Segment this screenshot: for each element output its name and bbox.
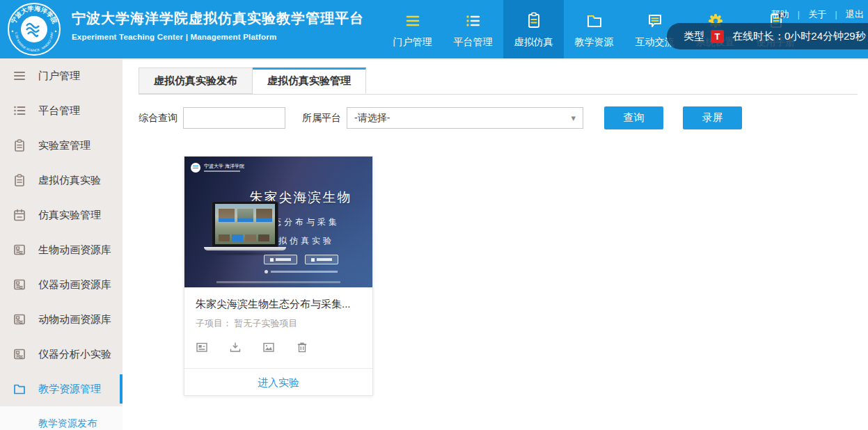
laptop-display — [215, 204, 275, 244]
thumb-logo-icon — [191, 163, 200, 173]
sidebar-label: 仪器分析小实验 — [38, 348, 111, 361]
session-status-bar: 类型 T 在线时长：0小时24分钟29秒 — [667, 23, 868, 49]
download-icon[interactable] — [229, 341, 242, 353]
media-library-icon — [13, 278, 26, 292]
card-body: 朱家尖海滨生物生态分布与采集... 子项目： 暂无子实验项目 — [184, 287, 372, 368]
tab-virtual-sim-manage[interactable]: 虚拟仿真实验管理 — [253, 67, 366, 94]
laptop-screen — [212, 201, 278, 247]
sidebar-label: 动物动画资源库 — [38, 313, 111, 326]
card-title: 朱家尖海滨生物生态分布与采集... — [196, 298, 361, 311]
nav-label: 教学资源 — [575, 36, 614, 49]
tab-bar: 虚拟仿真实验发布 虚拟仿真实验管理 — [139, 67, 858, 95]
card-subproject-info: 子项目： 暂无子实验项目 — [196, 317, 361, 330]
details-icon[interactable] — [196, 341, 208, 353]
logout-link[interactable]: 退出 — [846, 8, 864, 21]
platform-subtitle: Experiment Teaching Center | Management … — [72, 33, 364, 41]
thumb-logo: 宁波大学 海洋学院 — [191, 163, 244, 173]
nav-label: 门户管理 — [393, 36, 432, 49]
sidebar-label: 教学资源管理 — [38, 383, 101, 396]
platform-title: 宁波大学海洋学院虚拟仿真实验教学管理平台 — [72, 9, 364, 28]
sidebar-label: 平台管理 — [38, 104, 80, 118]
active-indicator — [120, 374, 123, 404]
nav-item-virtual-sim[interactable]: 虚拟仿真 — [503, 0, 564, 58]
laptop-mockup — [204, 201, 286, 256]
sidebar-item-platform[interactable]: 平台管理 — [0, 93, 123, 128]
thumb-copyright-line — [184, 281, 372, 283]
chat-icon — [645, 10, 665, 31]
thumb-logo-subtext-bar — [204, 170, 240, 172]
sidebar-label: 虚拟仿真实验 — [38, 174, 101, 187]
thumb-info-line — [233, 270, 368, 273]
app-header: 宁波大学海洋学院 SCHOOL OF MARINE SCIENCE · NING… — [0, 0, 868, 58]
university-seal-logo: 宁波大学海洋学院 SCHOOL OF MARINE SCIENCE · NING… — [6, 1, 62, 57]
sidebar-item-teaching-resource-management[interactable]: 教学资源管理 — [0, 372, 123, 406]
clipboard-icon — [13, 138, 26, 152]
laptop-base — [204, 247, 286, 250]
nav-label: 虚拟仿真 — [514, 36, 553, 49]
about-link[interactable]: 关于 — [808, 8, 826, 21]
thumb-download-button — [264, 255, 297, 264]
sidebar-label: 仪器动画资源库 — [38, 278, 111, 292]
sidebar-item-animal-animation-library[interactable]: 动物动画资源库 — [0, 302, 123, 337]
sidebar-item-portal[interactable]: 门户管理 — [0, 58, 123, 93]
card-action-bar — [196, 341, 361, 361]
list-icon — [13, 104, 26, 118]
nav-item-teaching-resources[interactable]: 教学资源 — [564, 0, 624, 58]
user-type-label: 类型 — [684, 30, 704, 43]
clipboard-icon — [523, 10, 544, 31]
enter-experiment-link[interactable]: 进入实验 — [184, 368, 372, 395]
sidebar-label: 仿真实验管理 — [38, 209, 101, 222]
sidebar-label: 生物动画资源库 — [38, 244, 111, 257]
media-library-icon — [13, 243, 26, 257]
experiment-thumbnail[interactable]: 宁波大学 海洋学院 朱家尖海滨生物 生态分布与采集 虚拟仿真实验 — [184, 157, 372, 287]
thumb-logo-text: 宁波大学 海洋学院 — [204, 163, 244, 172]
chevron-down-icon: ▾ — [571, 113, 576, 123]
help-link[interactable]: 帮助 — [771, 8, 789, 21]
menu-icon — [402, 10, 423, 31]
nav-item-portal[interactable]: 门户管理 — [382, 0, 443, 58]
link-separator: ｜ — [832, 9, 840, 21]
sidebar-item-virtual-sim-experiment[interactable]: 虚拟仿真实验 — [0, 163, 123, 198]
tab-virtual-sim-publish[interactable]: 虚拟仿真实验发布 — [139, 67, 253, 94]
sidebar-item-bio-animation-library[interactable]: 生物动画资源库 — [0, 232, 123, 267]
menu-icon — [13, 69, 26, 83]
nav-label: 平台管理 — [454, 36, 493, 49]
query-button[interactable]: 查询 — [604, 106, 663, 129]
user-type-badge: T — [711, 30, 724, 43]
app-window: 宁波大学海洋学院 SCHOOL OF MARINE SCIENCE · NING… — [0, 0, 868, 430]
top-right-links: 帮助 ｜ 关于 ｜ 退出 — [771, 8, 864, 21]
online-duration: 在线时长：0小时24分钟29秒 — [732, 30, 866, 43]
query-label: 综合查询 — [139, 112, 177, 125]
sidebar: 门户管理 平台管理 实验室管理 虚拟仿真实验 仿真实验管理 生物动画资源库 仪器… — [0, 58, 123, 430]
image-icon[interactable] — [262, 341, 275, 353]
brand-block: 宁波大学海洋学院虚拟仿真实验教学管理平台 Experiment Teaching… — [72, 9, 364, 41]
clipboard-icon — [13, 173, 26, 187]
sidebar-item-instrument-animation-library[interactable]: 仪器动画资源库 — [0, 267, 123, 302]
sidebar-item-instrument-analysis-experiment[interactable]: 仪器分析小实验 — [0, 337, 123, 372]
list-icon — [463, 10, 484, 31]
link-separator: ｜ — [794, 9, 803, 21]
experiment-card: 宁波大学 海洋学院 朱家尖海滨生物 生态分布与采集 虚拟仿真实验 — [184, 156, 373, 396]
sidebar-label: 实验室管理 — [38, 139, 90, 152]
laptop-shadow — [204, 251, 286, 256]
sidebar-label: 门户管理 — [38, 70, 80, 83]
trash-icon[interactable] — [296, 341, 308, 353]
platform-select-value: -请选择- — [354, 112, 390, 125]
thumb-enter-button — [305, 255, 338, 264]
sidebar-item-sim-experiment-management[interactable]: 仿真实验管理 — [0, 198, 123, 232]
media-library-icon — [13, 312, 26, 326]
platform-label: 所属平台 — [302, 112, 341, 125]
nav-item-platform[interactable]: 平台管理 — [443, 0, 503, 58]
sidebar-item-lab-management[interactable]: 实验室管理 — [0, 128, 123, 163]
platform-select[interactable]: -请选择- ▾ — [347, 107, 583, 129]
media-library-icon — [13, 347, 26, 361]
search-form: 综合查询 所属平台 -请选择- ▾ 查询 录屏 — [139, 106, 868, 129]
sidebar-subitem-teaching-resource-publish[interactable]: 教学资源发布 — [0, 406, 123, 430]
main-content: 虚拟仿真实验发布 虚拟仿真实验管理 综合查询 所属平台 -请选择- ▾ 查询 录… — [123, 58, 868, 430]
screen-record-button[interactable]: 录屏 — [683, 106, 742, 129]
folder-icon — [13, 382, 26, 396]
calendar-icon — [13, 208, 26, 222]
query-input[interactable] — [183, 107, 285, 129]
thumb-buttons — [233, 255, 368, 264]
folder-icon — [584, 10, 605, 31]
